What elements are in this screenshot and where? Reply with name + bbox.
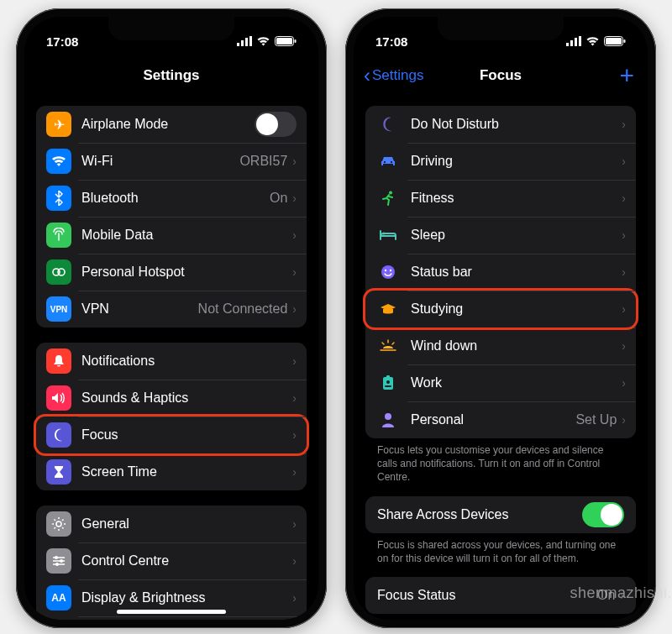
notch (438, 17, 564, 40)
svg-point-11 (60, 559, 63, 563)
wifi-status-icon (256, 36, 270, 46)
add-button[interactable]: + (619, 63, 634, 88)
svg-point-30 (381, 265, 395, 279)
running-icon (375, 186, 401, 211)
row-share[interactable]: Share Across Devices (365, 496, 636, 533)
svg-rect-0 (237, 43, 239, 46)
row-value: ORBI57 (239, 154, 287, 169)
row-controlcentre[interactable]: Control Centre › (36, 542, 307, 579)
row-focus-status[interactable]: Focus Status On › (365, 577, 636, 614)
svg-rect-2 (245, 38, 248, 46)
focus-content[interactable]: Do Not Disturb › Driving › Fitness › Sle… (354, 94, 648, 620)
chevron-right-icon: › (292, 191, 297, 205)
row-label: General (81, 516, 292, 532)
row-general[interactable]: General › (36, 506, 307, 542)
focus-footer-2: Focus is shared across your devices, and… (365, 533, 636, 565)
hotspot-icon (46, 259, 71, 285)
face-icon (375, 259, 401, 285)
row-label: Status bar (411, 265, 622, 280)
home-indicator[interactable] (117, 610, 226, 614)
settings-content[interactable]: ✈︎ Airplane Mode Wi-Fi ORBI57 › Bluetoot… (24, 94, 318, 620)
cellular-icon (566, 36, 581, 46)
row-sounds[interactable]: Sounds & Haptics › (36, 380, 307, 417)
svg-rect-19 (566, 43, 569, 46)
focus-icon (46, 422, 71, 448)
row-label: Wind down (411, 338, 622, 354)
notifications-icon (46, 348, 71, 374)
settings-group-notifications: Notifications › Sounds & Haptics › Focus… (36, 343, 307, 490)
row-statusbar[interactable]: Status bar › (365, 254, 636, 291)
row-work[interactable]: Work › (365, 364, 636, 401)
chevron-right-icon: › (292, 302, 297, 316)
row-label: Sleep (411, 228, 622, 243)
svg-point-35 (386, 380, 390, 384)
row-label: Personal (411, 412, 575, 427)
row-focus[interactable]: Focus › (36, 417, 307, 453)
focus-footer-1: Focus lets you customise your devices an… (365, 438, 636, 485)
row-sleep[interactable]: Sleep › (365, 217, 636, 254)
general-icon (46, 511, 71, 537)
row-hotspot[interactable]: Personal Hotspot › (36, 254, 307, 291)
svg-rect-34 (386, 375, 390, 378)
settings-group-network: ✈︎ Airplane Mode Wi-Fi ORBI57 › Bluetoot… (36, 106, 307, 327)
row-fitness[interactable]: Fitness › (365, 180, 636, 217)
row-bluetooth[interactable]: Bluetooth On › (36, 180, 307, 217)
chevron-right-icon: › (292, 354, 297, 368)
row-vpn[interactable]: VPN VPN Not Connected › (36, 291, 307, 327)
row-notifications[interactable]: Notifications › (36, 343, 307, 380)
focus-modes-group: Do Not Disturb › Driving › Fitness › Sle… (365, 106, 636, 438)
svg-rect-6 (295, 39, 297, 43)
back-button[interactable]: ‹ Settings (364, 64, 423, 87)
chevron-left-icon: ‹ (364, 64, 370, 87)
row-label: VPN (81, 301, 198, 317)
svg-rect-3 (249, 36, 252, 46)
cellular-icon (237, 36, 252, 46)
chevron-right-icon: › (292, 465, 297, 479)
battery-icon (275, 36, 297, 46)
chevron-right-icon: › (292, 155, 297, 168)
svg-point-31 (385, 270, 386, 271)
row-label: Notifications (81, 354, 292, 369)
row-label: Share Across Devices (377, 507, 582, 522)
chevron-right-icon: › (292, 428, 297, 442)
car-icon (375, 149, 401, 174)
row-value: On (270, 191, 287, 206)
svg-point-32 (390, 270, 391, 271)
vpn-icon: VPN (46, 296, 71, 322)
row-label: Display & Brightness (81, 590, 292, 605)
svg-rect-20 (570, 40, 573, 46)
row-label: Screen Time (81, 464, 292, 479)
row-airplane[interactable]: ✈︎ Airplane Mode (36, 106, 307, 143)
status-time: 17:08 (375, 34, 407, 49)
row-studying[interactable]: Studying › (365, 291, 636, 327)
controlcentre-icon (46, 548, 71, 574)
svg-point-9 (56, 521, 61, 527)
chevron-right-icon: › (292, 517, 297, 531)
row-label: Bluetooth (81, 191, 270, 206)
row-driving[interactable]: Driving › (365, 143, 636, 180)
airplane-toggle[interactable] (255, 112, 297, 137)
chevron-right-icon: › (292, 391, 297, 405)
share-toggle[interactable] (582, 502, 624, 527)
chevron-right-icon: › (622, 413, 626, 427)
row-dnd[interactable]: Do Not Disturb › (365, 106, 636, 143)
row-homescreen[interactable]: Home Screen › (36, 616, 307, 620)
row-label: Work (411, 375, 622, 390)
chevron-right-icon: › (620, 589, 624, 602)
row-mobiledata[interactable]: Mobile Data › (36, 217, 307, 254)
row-personal[interactable]: Personal Set Up › (365, 401, 636, 438)
row-label: Do Not Disturb (411, 117, 622, 132)
notch (108, 17, 234, 40)
row-label: Focus (81, 427, 292, 443)
airplane-icon: ✈︎ (46, 112, 71, 137)
svg-rect-25 (624, 39, 626, 43)
row-winddown[interactable]: Wind down › (365, 327, 636, 364)
svg-point-27 (391, 161, 392, 163)
row-wifi[interactable]: Wi-Fi ORBI57 › (36, 143, 307, 180)
row-label: Studying (411, 301, 622, 317)
row-screentime[interactable]: Screen Time › (36, 453, 307, 490)
svg-rect-1 (241, 40, 244, 46)
sounds-icon (46, 385, 71, 411)
phone-left: 17:08 Settings ✈︎ Airplane Mode Wi-Fi (16, 8, 327, 628)
bluetooth-icon (46, 186, 71, 211)
